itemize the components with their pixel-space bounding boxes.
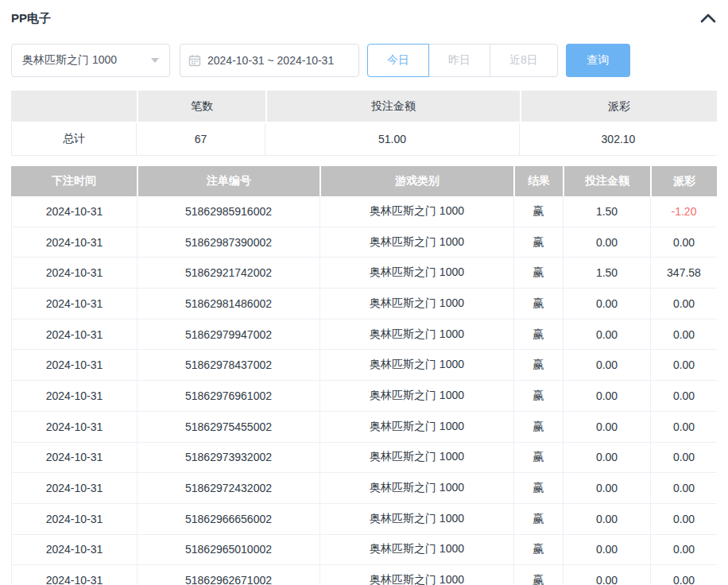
summary-total-payout: 302.10 [520,123,717,155]
result-cell: 赢 [514,258,563,288]
bet-id-cell: 51862966656002 [137,504,320,534]
table-row: 2024-10-3151862981486002奥林匹斯之门 1000赢0.00… [11,289,717,320]
game-type-cell: 奥林匹斯之门 1000 [320,196,514,227]
result-cell: 赢 [514,535,563,565]
table-row: 2024-10-3151862965010002奥林匹斯之门 1000赢0.00… [11,535,717,566]
result-cell: 赢 [514,565,563,585]
filter-controls: 奥林匹斯之门 1000 2024-10-31 ~ 2024-10-31 [11,44,717,77]
bet-id-cell: 51862981486002 [137,289,320,319]
game-select[interactable]: 奥林匹斯之门 1000 [11,44,170,77]
payout-cell: 0.00 [651,504,717,534]
bet-id-cell: 51862976961002 [137,381,320,411]
summary-total-bet-amount: 51.00 [265,123,520,155]
result-cell: 赢 [514,381,563,411]
result-cell: 赢 [514,227,563,258]
bet-amount-cell: 0.00 [563,535,651,565]
bet-time-cell: 2024-10-31 [11,473,137,503]
bet-amount-cell: 0.00 [563,443,651,473]
bet-id-cell: 51862979947002 [137,320,320,350]
date-range-input[interactable]: 2024-10-31 ~ 2024-10-31 [180,44,359,77]
bet-amount-cell: 0.00 [563,320,651,350]
records-column-header: 注单编号 [138,166,319,196]
bet-amount-cell: 1.50 [563,196,651,227]
table-row: 2024-10-3151862966656002奥林匹斯之门 1000赢0.00… [11,504,717,535]
table-row: 2024-10-3151862921742002奥林匹斯之门 1000赢1.50… [11,258,717,289]
summary-header-count: 笔数 [138,91,265,122]
payout-cell: 0.00 [651,381,717,411]
panel-header: PP电子 [11,11,717,25]
game-type-cell: 奥林匹斯之门 1000 [320,473,514,503]
payout-cell: -1.20 [651,196,717,227]
bet-time-cell: 2024-10-31 [11,350,137,380]
bet-amount-cell: 1.50 [563,258,651,288]
table-row: 2024-10-3151862978437002奥林匹斯之门 1000赢0.00… [11,350,717,381]
search-button[interactable]: 查询 [566,44,630,77]
payout-cell: 0.00 [651,443,717,473]
bet-time-cell: 2024-10-31 [11,289,137,319]
bet-time-cell: 2024-10-31 [11,381,137,411]
bet-id-cell: 51862921742002 [137,258,320,288]
game-type-cell: 奥林匹斯之门 1000 [320,289,514,319]
game-type-cell: 奥林匹斯之门 1000 [320,381,514,411]
bet-amount-cell: 0.00 [563,412,651,442]
game-select-value: 奥林匹斯之门 1000 [22,53,117,68]
bet-time-cell: 2024-10-31 [11,258,137,288]
result-cell: 赢 [514,289,563,319]
summary-total-count: 67 [137,123,265,155]
bet-time-cell: 2024-10-31 [11,504,137,534]
table-row: 2024-10-3151862976961002奥林匹斯之门 1000赢0.00… [11,381,717,412]
bet-time-cell: 2024-10-31 [11,196,137,227]
summary-header-empty [11,91,137,122]
bet-time-cell: 2024-10-31 [11,565,137,585]
game-type-cell: 奥林匹斯之门 1000 [320,535,514,565]
bet-amount-cell: 0.00 [563,504,651,534]
page-title: PP电子 [11,11,51,26]
table-row: 2024-10-3151862987390002奥林匹斯之门 1000赢0.00… [11,227,717,258]
table-row: 2024-10-3151862975455002奥林匹斯之门 1000赢0.00… [11,412,717,443]
bet-amount-cell: 0.00 [563,289,651,319]
game-type-cell: 奥林匹斯之门 1000 [320,443,514,473]
table-row: 2024-10-3151862962671002奥林匹斯之门 1000赢0.00… [11,565,717,585]
summary-header-payout: 派彩 [521,91,717,122]
bet-id-cell: 51862972432002 [137,473,320,503]
quick-range-yesterday-button[interactable]: 昨日 [428,44,490,77]
quick-range-button-group: 今日 昨日 近8日 [367,44,558,77]
records-column-header: 派彩 [652,166,717,196]
collapse-panel-button[interactable] [699,11,717,25]
summary-header-bet-amount: 投注金额 [267,91,520,122]
records-table: 下注时间注单编号游戏类别结果投注金额派彩 2024-10-31518629859… [11,166,717,585]
calendar-icon [188,54,201,67]
bet-id-cell: 51862987390002 [137,227,320,258]
result-cell: 赢 [514,473,563,503]
result-cell: 赢 [514,350,563,380]
bet-amount-cell: 0.00 [563,227,651,258]
payout-cell: 0.00 [651,227,717,258]
bet-time-cell: 2024-10-31 [11,535,137,565]
records-header-row: 下注时间注单编号游戏类别结果投注金额派彩 [11,166,717,196]
payout-cell: 0.00 [651,289,717,319]
payout-cell: 0.00 [651,473,717,503]
game-type-cell: 奥林匹斯之门 1000 [320,412,514,442]
records-column-header: 下注时间 [11,166,137,196]
payout-cell: 0.00 [651,535,717,565]
payout-cell: 347.58 [651,258,717,288]
result-cell: 赢 [514,443,563,473]
summary-header-row: 笔数 投注金额 派彩 [11,91,717,122]
date-range-value: 2024-10-31 ~ 2024-10-31 [207,54,334,67]
table-row: 2024-10-3151862979947002奥林匹斯之门 1000赢0.00… [11,320,717,351]
bet-id-cell: 51862978437002 [137,350,320,380]
result-cell: 赢 [514,196,563,227]
bet-time-cell: 2024-10-31 [11,412,137,442]
payout-cell: 0.00 [651,320,717,350]
caret-down-icon [151,58,159,63]
table-row: 2024-10-3151862972432002奥林匹斯之门 1000赢0.00… [11,473,717,504]
records-column-header: 游戏类别 [321,166,513,196]
quick-range-last8days-button[interactable]: 近8日 [490,44,558,77]
quick-range-today-button[interactable]: 今日 [367,44,429,77]
game-type-cell: 奥林匹斯之门 1000 [320,320,514,350]
summary-total-label: 总计 [11,123,137,155]
bet-amount-cell: 0.00 [563,350,651,380]
pp-electronic-panel: PP电子 奥林匹斯之门 1000 [0,0,728,585]
bet-id-cell: 51862985916002 [137,196,320,227]
bet-time-cell: 2024-10-31 [11,320,137,350]
